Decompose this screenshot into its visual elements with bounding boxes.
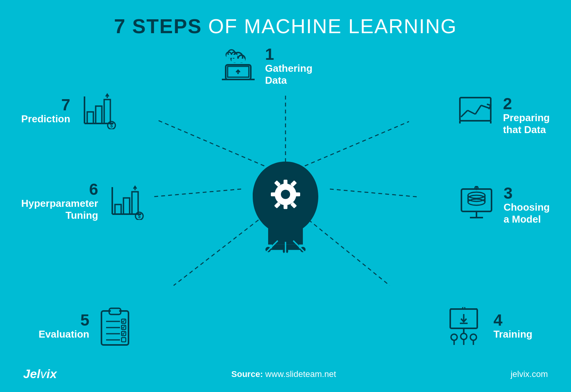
step-4-num: 4 [493,312,532,328]
svg-line-47 [481,105,489,108]
step-7-label: Prediction [21,113,70,125]
brand-logo: Jelvix [23,367,57,381]
svg-point-21 [281,190,290,199]
step-5: 5 Evaluation [39,305,134,348]
svg-line-44 [461,110,468,117]
page-title: 7 STEPS OF MACHINE LEARNING [0,0,571,38]
svg-rect-13 [284,180,287,185]
step-7: 7 Prediction $ [21,93,117,129]
svg-rect-93 [87,112,93,123]
svg-rect-15 [295,193,300,196]
choosing-model-icon [458,186,495,225]
step-1-num: 1 [265,46,313,63]
svg-point-70 [470,334,476,340]
step-4-text: 4 Training [493,312,532,340]
svg-line-46 [475,105,481,114]
step-1-label: GatheringData [265,63,313,86]
step-3-text: 3 Choosinga Model [503,185,550,225]
svg-text:$: $ [110,123,113,128]
svg-rect-95 [104,100,110,123]
svg-rect-41 [460,98,491,121]
svg-point-68 [461,333,467,340]
svg-line-5 [152,189,241,197]
svg-rect-87 [132,192,138,214]
footer-website: jelvix.com [510,369,548,379]
step-5-text: 5 Evaluation [39,312,89,340]
svg-rect-82 [122,338,126,342]
step-3-label: Choosinga Model [503,201,550,225]
svg-line-45 [468,110,475,114]
source-attribution: Source: www.slideteam.net [231,369,336,379]
brain-icon [243,154,328,254]
evaluation-icon [98,305,134,348]
step-3: 3 Choosinga Model [458,185,550,225]
svg-rect-36 [231,59,245,63]
preparing-data-icon [458,96,495,127]
step-5-num: 5 [39,312,89,328]
svg-rect-40 [226,55,237,58]
source-label: Source: [231,369,263,379]
title-normal: OF MACHINE LEARNING [208,15,457,37]
svg-rect-74 [111,310,119,313]
footer: Jelvix Source: www.slideteam.net jelvix.… [0,367,571,381]
step-6-text: 6 HyperparameterTuning [21,181,98,221]
svg-line-2 [330,189,417,197]
page: 7 STEPS OF MACHINE LEARNING .dash { stro… [0,0,571,392]
step-7-num: 7 [21,97,70,113]
hyperparameter-icon: $ [106,183,145,220]
step-6-label: HyperparameterTuning [21,198,98,221]
svg-point-26 [284,252,287,256]
svg-point-62 [463,307,465,309]
svg-rect-94 [96,106,102,123]
training-icon [446,307,485,346]
svg-point-54 [468,199,485,205]
brand-text-2: ix [46,367,57,381]
brand-text: Jel [23,367,40,381]
source-url: www.slideteam.net [265,369,336,379]
step-1: 1 GatheringData [220,46,313,86]
step-1-text: 1 GatheringData [265,46,313,86]
step-4-label: Training [493,328,532,340]
step-2: 2 Preparingthat Data [458,96,550,136]
step-2-label: Preparingthat Data [503,112,550,136]
step-5-label: Evaluation [39,328,89,340]
step-3-num: 3 [503,185,550,201]
step-4: 4 Training [446,307,532,346]
step-7-text: 7 Prediction [21,97,70,125]
svg-rect-16 [271,193,276,196]
svg-point-66 [451,334,457,340]
svg-point-25 [264,252,268,255]
prediction-icon: $ [79,93,117,129]
step-6-num: 6 [21,181,98,198]
svg-rect-86 [123,198,130,214]
title-bold: 7 STEPS [114,15,202,37]
svg-text:$: $ [138,214,141,219]
step-6: 6 HyperparameterTuning $ [21,181,145,221]
svg-rect-85 [115,204,121,214]
svg-rect-14 [284,204,287,209]
svg-point-27 [303,252,307,255]
step-2-num: 2 [503,96,550,112]
step-2-text: 2 Preparingthat Data [503,96,550,136]
gathering-data-icon [220,46,257,83]
